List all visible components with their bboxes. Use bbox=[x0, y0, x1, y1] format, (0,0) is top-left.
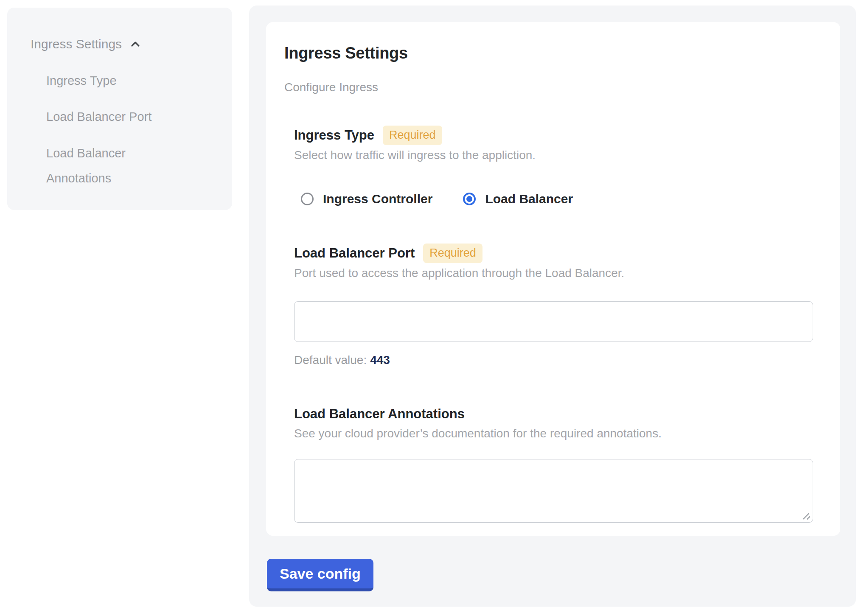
radio-label: Ingress Controller bbox=[323, 192, 432, 206]
ingress-settings-card: Ingress Settings Configure Ingress Ingre… bbox=[266, 22, 840, 536]
page-title: Ingress Settings bbox=[284, 43, 813, 63]
load-balancer-port-input[interactable] bbox=[294, 301, 813, 342]
section-load-balancer-annotations: Load Balancer Annotations See your cloud… bbox=[294, 405, 813, 523]
save-config-button[interactable]: Save config bbox=[267, 559, 373, 591]
resize-handle-icon[interactable] bbox=[802, 511, 811, 521]
main-panel: Ingress Settings Configure Ingress Ingre… bbox=[249, 6, 856, 607]
section-load-balancer-port: Load Balancer Port Required Port used to… bbox=[294, 244, 813, 368]
section-description: Select how traffic will ingress to the a… bbox=[294, 147, 813, 164]
required-badge: Required bbox=[383, 126, 442, 145]
section-heading: Ingress Type bbox=[294, 126, 374, 145]
sidebar-item-load-balancer-annotations[interactable]: Load Balancer Annotations bbox=[46, 141, 186, 191]
section-heading: Load Balancer Annotations bbox=[294, 405, 465, 423]
section-description: Port used to access the application thro… bbox=[294, 265, 813, 282]
radio-button-icon[interactable] bbox=[301, 193, 314, 205]
section-heading: Load Balancer Port bbox=[294, 244, 415, 263]
required-badge: Required bbox=[423, 244, 482, 263]
radio-option-load-balancer[interactable]: Load Balancer bbox=[463, 192, 573, 206]
section-ingress-type: Ingress Type Required Select how traffic… bbox=[294, 126, 813, 206]
chevron-up-icon bbox=[129, 37, 142, 51]
settings-sidebar: Ingress Settings Ingress Type Load Balan… bbox=[7, 8, 232, 210]
load-balancer-annotations-textarea[interactable] bbox=[294, 459, 813, 523]
default-value-label: Default value: bbox=[294, 353, 367, 367]
sidebar-section-ingress-settings[interactable]: Ingress Settings bbox=[31, 35, 142, 53]
default-value-row: Default value:443 bbox=[294, 352, 813, 368]
default-value: 443 bbox=[370, 353, 390, 367]
section-description: See your cloud provider’s documentation … bbox=[294, 425, 813, 442]
radio-button-icon[interactable] bbox=[463, 193, 476, 205]
radio-option-ingress-controller[interactable]: Ingress Controller bbox=[301, 192, 432, 206]
page-subtitle: Configure Ingress bbox=[284, 79, 813, 96]
sidebar-item-load-balancer-port[interactable]: Load Balancer Port bbox=[46, 107, 151, 126]
radio-label: Load Balancer bbox=[485, 192, 573, 206]
sidebar-item-ingress-type[interactable]: Ingress Type bbox=[46, 71, 117, 90]
sidebar-section-label: Ingress Settings bbox=[31, 35, 122, 53]
ingress-type-radio-group: Ingress Controller Load Balancer bbox=[294, 192, 813, 206]
